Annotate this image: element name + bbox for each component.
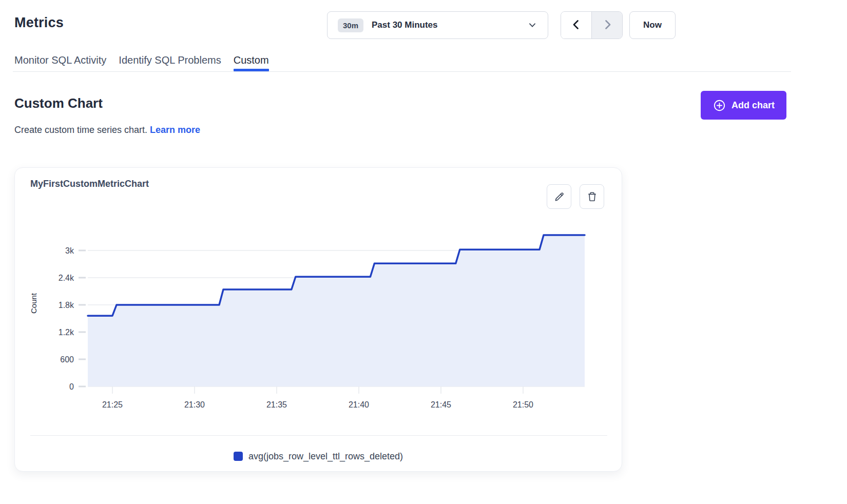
svg-text:0: 0	[69, 382, 74, 391]
svg-text:600: 600	[60, 355, 74, 364]
chevron-right-icon	[601, 18, 613, 32]
time-pager	[561, 11, 623, 39]
prev-interval-button[interactable]	[561, 12, 591, 38]
page-title: Metrics	[14, 15, 64, 31]
svg-text:2.4k: 2.4k	[59, 274, 74, 282]
svg-text:21:25: 21:25	[102, 400, 123, 409]
time-range-badge: 30m	[338, 18, 363, 32]
chevron-left-icon	[570, 18, 583, 32]
svg-text:21:45: 21:45	[431, 400, 451, 409]
time-series-chart[interactable]: 06001.2k1.8k2.4k3k21:2521:3021:3521:4021…	[21, 216, 611, 416]
metrics-tabs: Monitor SQL Activity Identify SQL Proble…	[14, 53, 269, 71]
section-heading: Custom Chart	[14, 95, 103, 111]
delete-chart-button[interactable]	[580, 184, 604, 209]
tabs-divider	[13, 71, 791, 72]
card-divider	[30, 435, 607, 436]
chart-legend: avg(jobs_row_level_ttl_rows_deleted)	[15, 445, 622, 468]
legend-label: avg(jobs_row_level_ttl_rows_deleted)	[248, 451, 403, 462]
learn-more-link[interactable]: Learn more	[150, 125, 200, 135]
svg-text:21:30: 21:30	[184, 400, 205, 409]
time-range-label: Past 30 Minutes	[372, 20, 527, 30]
svg-text:21:50: 21:50	[513, 400, 533, 409]
next-interval-button[interactable]	[591, 12, 622, 38]
pencil-icon	[553, 191, 565, 203]
svg-text:21:40: 21:40	[349, 400, 369, 409]
tab-custom[interactable]: Custom	[234, 53, 269, 71]
time-range-dropdown[interactable]: 30m Past 30 Minutes	[327, 11, 548, 39]
tab-monitor-sql-activity[interactable]: Monitor SQL Activity	[14, 53, 106, 71]
section-description: Create custom time series chart.Learn mo…	[14, 125, 200, 135]
add-chart-button[interactable]: Add chart	[701, 91, 786, 120]
now-button[interactable]: Now	[629, 11, 676, 39]
chevron-down-icon	[527, 20, 537, 30]
chart-title: MyFirstCustomMetricChart	[30, 179, 149, 189]
add-chart-label: Add chart	[732, 100, 775, 111]
legend-swatch	[234, 452, 243, 461]
svg-text:1.8k: 1.8k	[59, 301, 74, 309]
svg-text:3k: 3k	[65, 246, 74, 255]
custom-chart-card: MyFirstCustomMetricChart 06001.2k1.8k2.4…	[14, 167, 622, 472]
trash-icon	[586, 191, 598, 203]
svg-text:1.2k: 1.2k	[59, 328, 74, 337]
description-text: Create custom time series chart.	[14, 125, 147, 135]
svg-text:Count: Count	[29, 293, 38, 314]
metrics-page: Metrics 30m Past 30 Minutes Now Monitor …	[0, 0, 847, 504]
tab-identify-sql-problems[interactable]: Identify SQL Problems	[119, 53, 221, 71]
svg-text:21:35: 21:35	[266, 400, 287, 409]
plus-circle-icon	[713, 99, 726, 112]
edit-chart-button[interactable]	[547, 184, 571, 209]
